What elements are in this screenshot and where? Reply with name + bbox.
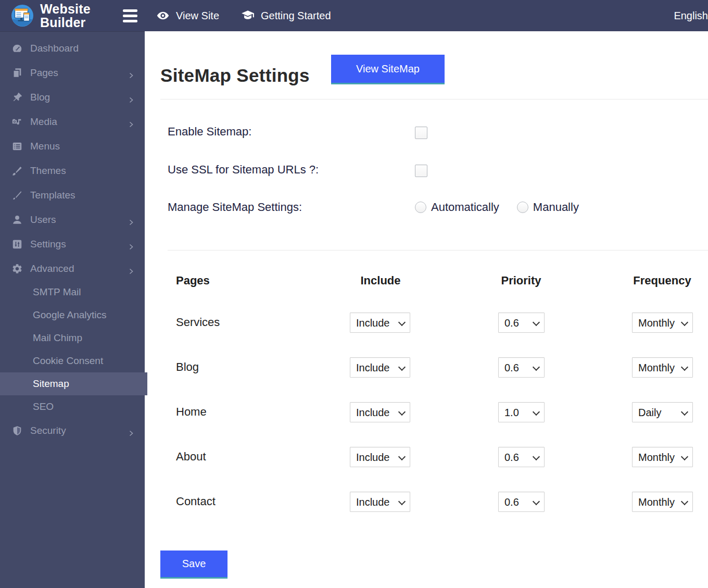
language-selector[interactable]: English — [668, 10, 708, 22]
enable-sitemap-checkbox[interactable] — [415, 127, 427, 139]
blog-priority-select[interactable]: 0.6 — [498, 357, 545, 378]
view-site-label: View Site — [176, 10, 219, 22]
gear-icon — [10, 262, 24, 275]
manage-sitemap-radio-group: Automatically Manually — [415, 201, 579, 214]
manage-manually-option[interactable]: Manually — [517, 201, 579, 214]
sidebar-item-mail-chimp[interactable]: Mail Chimp — [0, 327, 145, 349]
sidebar-item-media[interactable]: Media — [0, 109, 145, 134]
sidebar-item-sitemap[interactable]: Sitemap — [0, 372, 147, 395]
services-priority-select[interactable]: 0.6 — [498, 312, 545, 333]
sidebar-item-advanced[interactable]: Advanced — [0, 256, 145, 281]
manage-sitemap-label: Manage SiteMap Settings: — [168, 201, 302, 214]
about-priority-select[interactable]: 0.6 — [498, 447, 545, 467]
blog-priority-select-wrap: 0.6 — [498, 357, 545, 378]
sidebar-item-users[interactable]: Users — [0, 207, 145, 232]
manage-automatically-option[interactable]: Automatically — [415, 201, 499, 214]
sidebar-item-label: Users — [30, 214, 56, 226]
brand-name: Website Builder — [40, 2, 91, 30]
sidebar-item-templates[interactable]: Templates — [0, 183, 145, 207]
sidebar-item-label: Themes — [30, 165, 66, 177]
services-priority-select-wrap: 0.6 — [498, 312, 545, 333]
menu-list-icon — [10, 140, 24, 153]
contact-frequency-select-wrap: Monthly — [632, 492, 693, 512]
sidebar-item-seo[interactable]: SEO — [0, 395, 145, 418]
column-header-priority: Priority — [501, 274, 541, 287]
sidebar-subitem-label: Sitemap — [33, 378, 69, 390]
getting-started-label: Getting Started — [261, 10, 331, 22]
column-header-frequency: Frequency — [633, 274, 691, 287]
home-include-select-wrap: Include — [350, 402, 410, 422]
sidebar-subitem-label: Mail Chimp — [33, 332, 82, 344]
view-sitemap-button[interactable]: View SiteMap — [331, 55, 445, 84]
radio-label: Manually — [533, 201, 579, 214]
contact-frequency-select[interactable]: Monthly — [632, 492, 693, 512]
sidebar-item-settings[interactable]: Settings — [0, 232, 145, 256]
home-frequency-select-wrap: Daily — [632, 402, 693, 422]
sidebar-subitem-label: SMTP Mail — [33, 286, 81, 298]
radio-label: Automatically — [431, 201, 499, 214]
chevron-right-icon — [128, 70, 134, 76]
chevron-right-icon — [128, 94, 134, 101]
contact-include-select[interactable]: Include — [350, 492, 410, 512]
blog-include-select[interactable]: Include — [350, 357, 410, 378]
sidebar-item-label: Dashboard — [30, 43, 79, 54]
services-frequency-select[interactable]: Monthly — [632, 312, 693, 333]
sidebar-toggle-button[interactable] — [123, 7, 138, 25]
sidebar-subitem-label: Cookie Consent — [33, 355, 103, 367]
manage-automatically-radio[interactable] — [415, 202, 426, 213]
sidebar-item-label: Menus — [30, 141, 60, 152]
sidebar-item-smtp-mail[interactable]: SMTP Mail — [0, 281, 145, 304]
brand-area: Website Builder — [0, 2, 145, 30]
sidebar-item-dashboard[interactable]: Dashboard — [0, 36, 145, 60]
hamburger-bar — [123, 15, 137, 17]
blog-frequency-select[interactable]: Monthly — [632, 357, 693, 378]
sidebar-item-menus[interactable]: Menus — [0, 134, 145, 158]
view-site-button[interactable]: View Site — [156, 9, 219, 22]
sidebar-item-label: Media — [30, 116, 57, 128]
contact-priority-select[interactable]: 0.6 — [498, 492, 545, 512]
page-row-label: Services — [176, 316, 220, 329]
enable-sitemap-label: Enable Sitemap: — [168, 125, 251, 139]
app-logo-icon — [10, 4, 34, 28]
sidebar-item-pages[interactable]: Pages — [0, 60, 145, 85]
pin-icon — [10, 91, 24, 104]
save-button[interactable]: Save — [160, 551, 227, 579]
page-row-label: Contact — [176, 495, 216, 508]
page-title: SiteMap Settings — [160, 65, 310, 86]
main-content: SiteMap Settings View SiteMap Enable Sit… — [145, 31, 708, 588]
contact-priority-select-wrap: 0.6 — [498, 492, 545, 512]
about-frequency-select[interactable]: Monthly — [632, 447, 693, 467]
home-frequency-select[interactable]: Daily — [632, 402, 693, 422]
blog-frequency-select-wrap: Monthly — [632, 357, 693, 378]
pages-icon — [10, 67, 24, 79]
sidebar-subitem-label: Google Analytics — [33, 309, 107, 321]
sidebar-item-security[interactable]: Security — [0, 418, 145, 443]
home-include-select[interactable]: Include — [350, 402, 410, 422]
chevron-right-icon — [128, 428, 134, 434]
sidebar-item-label: Templates — [30, 190, 75, 201]
page-row-label: Home — [176, 405, 207, 419]
sidebar-item-themes[interactable]: Themes — [0, 158, 145, 183]
chevron-right-icon — [128, 119, 134, 125]
sidebar-subitem-label: SEO — [33, 401, 54, 412]
contact-include-select-wrap: Include — [350, 492, 410, 512]
getting-started-button[interactable]: Getting Started — [241, 9, 331, 22]
sidebar-item-blog[interactable]: Blog — [0, 85, 145, 109]
services-include-select[interactable]: Include — [350, 312, 410, 333]
home-priority-select[interactable]: 1.0 — [498, 402, 545, 422]
hamburger-bar — [123, 20, 137, 22]
sidebar-item-label: Pages — [30, 67, 58, 79]
column-header-pages: Pages — [176, 274, 210, 287]
paint-brush-icon — [10, 189, 24, 202]
sidebar-item-label: Security — [30, 425, 66, 436]
manage-manually-radio[interactable] — [517, 202, 528, 213]
sidebar-item-cookie-consent[interactable]: Cookie Consent — [0, 349, 145, 372]
chevron-right-icon — [128, 217, 134, 223]
eye-icon — [156, 9, 170, 22]
divider — [168, 250, 708, 251]
sidebar-item-google-analytics[interactable]: Google Analytics — [0, 304, 145, 327]
about-include-select[interactable]: Include — [350, 447, 410, 467]
ssl-sitemap-checkbox[interactable] — [415, 165, 427, 177]
page-row-label: Blog — [176, 360, 199, 374]
sliders-icon — [10, 238, 24, 251]
